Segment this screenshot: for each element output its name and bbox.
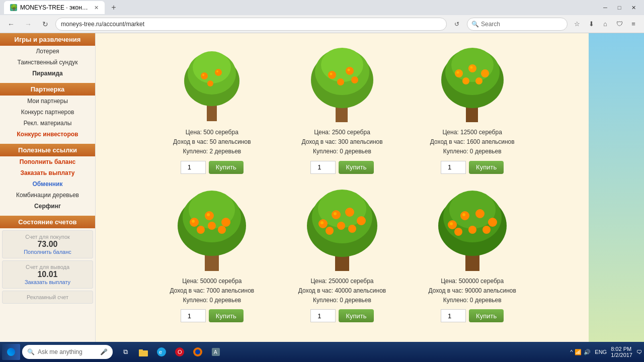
search-bar[interactable]: 🔍 Search bbox=[467, 18, 568, 31]
tree-price-1: Цена: 500 серебра bbox=[156, 128, 268, 137]
tree-price-4: Цена: 50000 серебра bbox=[156, 277, 268, 286]
tree-image-4 bbox=[172, 192, 252, 273]
maximize-btn[interactable]: □ bbox=[613, 3, 626, 13]
forward-btn[interactable]: → bbox=[21, 17, 35, 31]
address-bar[interactable]: moneys-tree.ru/account/market bbox=[55, 18, 447, 31]
tree-qty-3[interactable] bbox=[441, 161, 466, 174]
sidebar-item-add-balance[interactable]: Пополнить баланс bbox=[0, 156, 95, 167]
back-btn[interactable]: ← bbox=[4, 17, 18, 31]
withdraw-balance-label: Счет для вывода bbox=[6, 264, 90, 270]
svg-point-48 bbox=[345, 208, 354, 217]
svg-point-13 bbox=[328, 71, 336, 79]
refresh-btn2[interactable]: ↺ bbox=[450, 17, 464, 31]
svg-point-18 bbox=[347, 69, 350, 71]
sidebar-item-investor-contest[interactable]: Конкурс инвесторов bbox=[0, 129, 95, 140]
cortana-icon: 🔍 bbox=[27, 348, 35, 355]
buy-btn-4[interactable]: Купить bbox=[209, 309, 244, 322]
taskbar-search[interactable]: 🔍 Ask me anything 🎤 bbox=[22, 345, 113, 359]
tree-qty-2[interactable] bbox=[310, 161, 336, 174]
notification-btn[interactable]: 🗨 bbox=[636, 349, 642, 355]
shield-icon[interactable]: 🛡 bbox=[613, 18, 626, 31]
refresh-btn[interactable]: ↻ bbox=[38, 17, 52, 31]
nav-icons: ☆ ⬇ ⌂ 🛡 ≡ bbox=[571, 18, 640, 31]
sidebar-header-games: Игры и развлечения bbox=[0, 33, 95, 46]
svg-point-3 bbox=[193, 51, 231, 83]
sidebar-header-partner: Партнерка bbox=[0, 83, 95, 96]
sidebar-item-partner-contest[interactable]: Конкурс партнеров bbox=[0, 107, 95, 118]
browser-tab[interactable]: 🌳 MONEYS-TREE · экономи... ✕ bbox=[4, 1, 105, 14]
tree-info-4: Цена: 50000 серебра Доход в час: 7000 ап… bbox=[156, 277, 268, 306]
tree-buy-6: Купить bbox=[416, 309, 528, 322]
tree-image-2 bbox=[302, 43, 382, 124]
tree-svg-3 bbox=[435, 46, 510, 124]
tree-qty-5[interactable] bbox=[310, 309, 336, 322]
tree-income-1: Доход в час: 50 апельсинов bbox=[156, 137, 268, 147]
sidebar-item-surfing[interactable]: Серфинг bbox=[0, 201, 95, 212]
purchase-balance-label: Счет для покупок bbox=[6, 234, 90, 240]
svg-point-75 bbox=[195, 349, 200, 354]
tree-price-5: Цена: 250000 серебра bbox=[286, 277, 398, 286]
tree-image-3 bbox=[432, 43, 513, 124]
withdraw-link[interactable]: Заказать выплату bbox=[6, 279, 90, 285]
sidebar-item-request-payout[interactable]: Заказать выплату bbox=[0, 167, 95, 178]
tab-close-btn[interactable]: ✕ bbox=[94, 5, 99, 11]
tray-up-icon[interactable]: ^ bbox=[570, 349, 573, 355]
date-display: 1/2/2017 bbox=[611, 352, 632, 358]
task-view-btn[interactable]: ⧉ bbox=[117, 343, 134, 360]
sidebar-section-balance: Состояние счетов Счет для покупок 73.00 … bbox=[0, 216, 95, 304]
tree-info-6: Цена: 500000 серебра Доход в час: 90000 … bbox=[416, 277, 528, 306]
download-icon[interactable]: ⬇ bbox=[585, 18, 598, 31]
sidebar-header-balance: Состояние счетов bbox=[0, 216, 95, 228]
program-icon[interactable]: A bbox=[207, 343, 224, 360]
sidebar-item-materials[interactable]: Рекл. материалы bbox=[0, 118, 95, 129]
home-icon[interactable]: ⌂ bbox=[599, 18, 612, 31]
add-balance-link[interactable]: Пополнить баланс bbox=[6, 249, 90, 255]
tree-image-1 bbox=[172, 43, 252, 124]
tree-card-2: Цена: 2500 серебра Доход в час: 300 апел… bbox=[281, 38, 404, 179]
svg-point-61 bbox=[475, 209, 485, 218]
tree-qty-6[interactable] bbox=[441, 309, 466, 322]
sidebar: Игры и развлечения Лотерея Таинственный … bbox=[0, 33, 96, 342]
buy-btn-5[interactable]: Купить bbox=[339, 309, 373, 322]
sidebar-item-pyramid[interactable]: Пирамида bbox=[0, 68, 95, 79]
star-icon[interactable]: ☆ bbox=[571, 18, 584, 31]
svg-point-27 bbox=[475, 77, 482, 84]
sidebar-item-my-partners[interactable]: Мои партнеры bbox=[0, 96, 95, 107]
buy-btn-1[interactable]: Купить bbox=[209, 161, 244, 174]
page-body: Игры и развлечения Лотерея Таинственный … bbox=[0, 33, 644, 342]
tree-grid: Цена: 500 серебра Доход в час: 50 апельс… bbox=[151, 38, 533, 327]
sidebar-item-combinations[interactable]: Комбинации деревьев bbox=[0, 190, 95, 201]
buy-btn-2[interactable]: Купить bbox=[339, 161, 373, 174]
tree-qty-1[interactable] bbox=[181, 161, 206, 174]
svg-point-38 bbox=[218, 226, 226, 234]
tree-bought-1: Куплено: 2 деревьев bbox=[156, 147, 268, 156]
tree-svg-1 bbox=[179, 48, 245, 124]
sidebar-item-chest[interactable]: Таинственный сундук bbox=[0, 57, 95, 68]
firefox-icon[interactable] bbox=[189, 343, 206, 360]
nav-bar: ← → ↻ moneys-tree.ru/account/market ↺ 🔍 … bbox=[0, 15, 644, 33]
svg-point-41 bbox=[207, 213, 210, 216]
close-btn[interactable]: ✕ bbox=[627, 3, 640, 13]
svg-point-8 bbox=[216, 70, 218, 72]
menu-icon[interactable]: ≡ bbox=[627, 18, 640, 31]
tree-image-5 bbox=[302, 192, 382, 273]
sidebar-item-lottery[interactable]: Лотерея bbox=[0, 46, 95, 57]
start-button[interactable] bbox=[2, 344, 20, 360]
svg-point-25 bbox=[481, 69, 489, 77]
edge-icon[interactable]: e bbox=[153, 343, 170, 360]
tree-card-1: Цена: 500 серебра Доход в час: 50 апельс… bbox=[151, 38, 273, 179]
tray-network-icon: 📶 bbox=[575, 349, 582, 355]
tree-qty-4[interactable] bbox=[181, 309, 206, 322]
buy-btn-3[interactable]: Купить bbox=[469, 161, 504, 174]
sidebar-item-exchanger[interactable]: Обменник bbox=[0, 178, 95, 190]
opera-icon[interactable]: O bbox=[171, 343, 188, 360]
svg-point-24 bbox=[468, 64, 476, 72]
svg-point-15 bbox=[337, 78, 344, 85]
tree-info-3: Цена: 12500 серебра Доход в час: 1600 ап… bbox=[416, 128, 528, 157]
minimize-btn[interactable]: ─ bbox=[599, 3, 612, 13]
taskbar-search-text: Ask me anything bbox=[38, 348, 83, 355]
new-tab-btn[interactable]: + bbox=[107, 1, 121, 14]
tree-bought-6: Куплено: 0 деревьев bbox=[416, 296, 528, 305]
file-explorer-icon[interactable] bbox=[135, 343, 152, 360]
buy-btn-6[interactable]: Купить bbox=[469, 309, 504, 322]
